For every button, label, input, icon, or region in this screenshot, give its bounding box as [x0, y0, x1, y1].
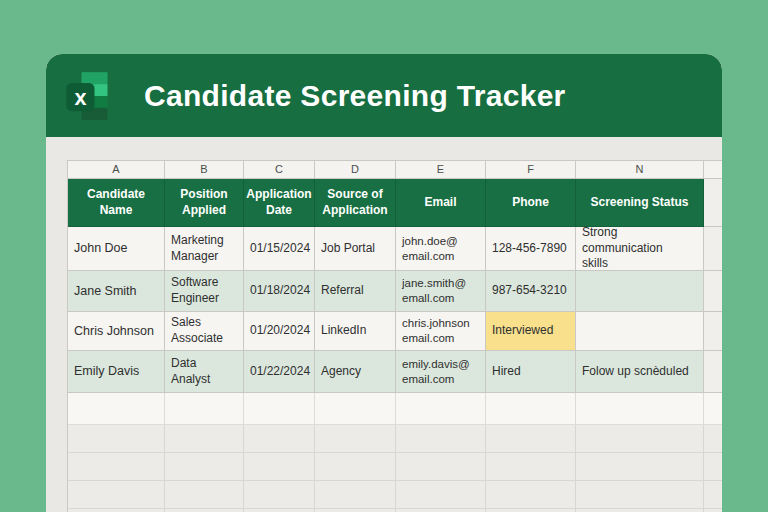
- cell-phone[interactable]: 987-654-3210: [486, 271, 576, 312]
- empty-row: [68, 453, 722, 481]
- cell-status[interactable]: Folow up scnèduled: [576, 351, 704, 393]
- empty-cell[interactable]: [165, 393, 244, 425]
- header-application-date[interactable]: Application Date: [244, 179, 315, 227]
- empty-cell[interactable]: [315, 425, 396, 453]
- table-header-row: Candidate Name Position Applied Applicat…: [68, 179, 722, 227]
- empty-cell[interactable]: [396, 481, 486, 509]
- page-title: Candidate Screening Tracker: [144, 79, 566, 113]
- empty-row: [68, 481, 722, 509]
- table-row-jane-smith: Jane Smith Software Engineer 01/18/2024 …: [68, 271, 722, 312]
- empty-cell[interactable]: [244, 393, 315, 425]
- cell-status[interactable]: [576, 271, 704, 312]
- empty-cell[interactable]: [68, 481, 165, 509]
- cell-email[interactable]: jane.smith@ emall.com: [396, 271, 486, 312]
- empty-cell[interactable]: [315, 453, 396, 481]
- cell-position[interactable]: Marketing Manager: [165, 227, 244, 271]
- cell-source[interactable]: Agency: [315, 351, 396, 393]
- empty-cell[interactable]: [704, 425, 722, 453]
- empty-cell[interactable]: [165, 453, 244, 481]
- empty-cell[interactable]: [704, 393, 722, 425]
- empty-cell[interactable]: [165, 481, 244, 509]
- empty-cell[interactable]: [244, 453, 315, 481]
- empty-cell[interactable]: [396, 425, 486, 453]
- column-letter-c[interactable]: C: [244, 161, 315, 179]
- empty-cell[interactable]: [396, 393, 486, 425]
- empty-row: [68, 393, 722, 425]
- header-partial[interactable]: [704, 179, 722, 227]
- empty-cell[interactable]: [486, 425, 576, 453]
- header-candidate-name[interactable]: Candidate Name: [68, 179, 165, 227]
- cell-source[interactable]: LinkedIn: [315, 312, 396, 351]
- cell-phone[interactable]: 128-456-7890: [486, 227, 576, 271]
- column-letter-partial[interactable]: [704, 161, 722, 179]
- empty-cell[interactable]: [704, 481, 722, 509]
- header-position-applied[interactable]: Position Applied: [165, 179, 244, 227]
- cell-source[interactable]: Referral: [315, 271, 396, 312]
- cell-partial[interactable]: [704, 351, 722, 393]
- cell-status[interactable]: [576, 312, 704, 351]
- column-letter-a[interactable]: A: [68, 161, 165, 179]
- cell-date[interactable]: 01/20/2024: [244, 312, 315, 351]
- cell-name[interactable]: Jane Smith: [68, 271, 165, 312]
- empty-cell[interactable]: [486, 481, 576, 509]
- empty-cell[interactable]: [68, 453, 165, 481]
- cell-source[interactable]: Job Portal: [315, 227, 396, 271]
- cell-date[interactable]: 01/18/2024: [244, 271, 315, 312]
- column-letter-b[interactable]: B: [165, 161, 244, 179]
- spreadsheet-grid: A B C D E F N Candidate Name Position Ap…: [67, 160, 722, 512]
- empty-cell[interactable]: [576, 481, 704, 509]
- cell-partial[interactable]: [704, 227, 722, 271]
- table-row-emily-davis: Emily Davis Data Analyst 01/22/2024 Agen…: [68, 351, 722, 393]
- empty-cell[interactable]: [486, 453, 576, 481]
- cell-date[interactable]: 01/22/2024: [244, 351, 315, 393]
- cell-partial[interactable]: [704, 271, 722, 312]
- column-letter-e[interactable]: E: [396, 161, 486, 179]
- title-bar: x Candidate Screening Tracker: [46, 54, 722, 137]
- table-row-john-doe: John Doe Marketing Manager 01/15/2024 Jo…: [68, 227, 722, 271]
- empty-cell[interactable]: [576, 453, 704, 481]
- empty-cell[interactable]: [704, 453, 722, 481]
- column-letters-row: A B C D E F N: [68, 161, 722, 179]
- column-letter-d[interactable]: D: [315, 161, 396, 179]
- cell-phone[interactable]: Hired: [486, 351, 576, 393]
- cell-name[interactable]: Emily Davis: [68, 351, 165, 393]
- spreadsheet-card: x Candidate Screening Tracker A B C D E …: [46, 54, 722, 512]
- cell-email[interactable]: chris.johnson email.com: [396, 312, 486, 351]
- empty-cell[interactable]: [315, 393, 396, 425]
- header-phone[interactable]: Phone: [486, 179, 576, 227]
- cell-email[interactable]: emily.davis@ email.com: [396, 351, 486, 393]
- empty-cell[interactable]: [315, 481, 396, 509]
- cell-status[interactable]: Strong communication skills: [576, 227, 704, 271]
- cell-name[interactable]: Chris Johnson: [68, 312, 165, 351]
- empty-cell[interactable]: [244, 481, 315, 509]
- excel-icon: x: [62, 70, 114, 122]
- cell-partial[interactable]: [704, 312, 722, 351]
- header-source-of-application[interactable]: Source of Application: [315, 179, 396, 227]
- cell-position[interactable]: Software Engineer: [165, 271, 244, 312]
- empty-cell[interactable]: [486, 393, 576, 425]
- empty-cell[interactable]: [576, 425, 704, 453]
- empty-cell[interactable]: [68, 393, 165, 425]
- table-row-chris-johnson: Chris Johnson Sales Associate 01/20/2024…: [68, 312, 722, 351]
- empty-row: [68, 425, 722, 453]
- cell-position[interactable]: Data Analyst: [165, 351, 244, 393]
- empty-cell[interactable]: [165, 425, 244, 453]
- header-email[interactable]: Email: [396, 179, 486, 227]
- header-screening-status[interactable]: Screening Status: [576, 179, 704, 227]
- empty-cell[interactable]: [576, 393, 704, 425]
- cell-phone-highlighted[interactable]: Interviewed: [486, 312, 576, 351]
- cell-email[interactable]: john.doe@ email.com: [396, 227, 486, 271]
- empty-cell[interactable]: [396, 453, 486, 481]
- cell-date[interactable]: 01/15/2024: [244, 227, 315, 271]
- column-letter-f[interactable]: F: [486, 161, 576, 179]
- empty-cell[interactable]: [68, 425, 165, 453]
- svg-text:x: x: [74, 84, 86, 109]
- empty-cell[interactable]: [244, 425, 315, 453]
- column-letter-n[interactable]: N: [576, 161, 704, 179]
- cell-name[interactable]: John Doe: [68, 227, 165, 271]
- cell-position[interactable]: Sales Associate: [165, 312, 244, 351]
